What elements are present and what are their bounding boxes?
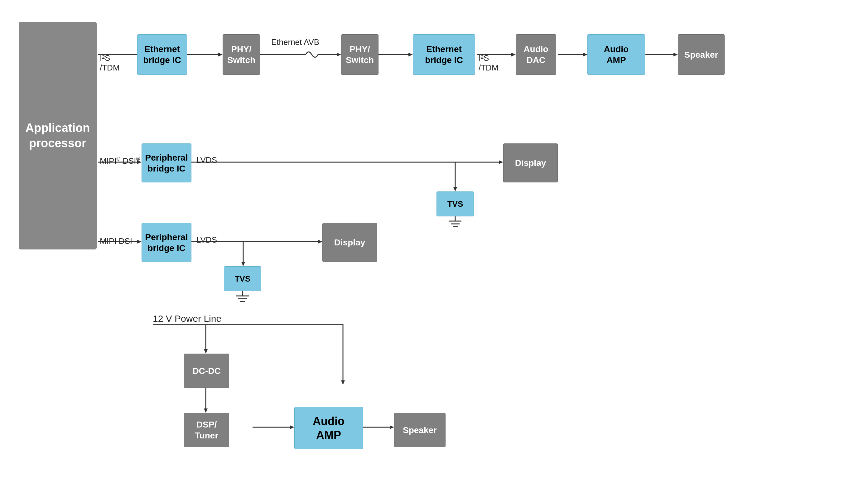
tvs-2-block: TVS [224,266,261,291]
svg-marker-6 [337,53,341,56]
ethernet-bridge-ic-1-block: Ethernet bridge IC [137,34,187,75]
power-line-label: 12 V Power Line [153,313,221,324]
i2s-tdm-label-2: I²S /TDM [478,44,499,73]
svg-marker-37 [290,425,294,429]
peripheral-bridge-ic-2-block: Peripheral bridge IC [142,223,191,262]
speaker-2-block: Speaker [394,413,445,447]
svg-marker-31 [204,349,208,354]
audio-amp-1-block: Audio AMP [587,34,645,75]
audio-amp-2-block: Audio AMP [294,407,363,449]
display-1-block: Display [503,144,558,182]
ground-symbol-2 [230,291,255,307]
ethernet-avb-label: Ethernet AVB [271,37,319,47]
ground-symbol-1 [443,216,468,232]
ethernet-bridge-ic-2-block: Ethernet bridge IC [413,34,475,75]
svg-marker-28 [318,240,322,244]
dsp-tuner-block: DSP/ Tuner [184,413,229,447]
lvds-label-1: LVDS [196,155,217,165]
display-2-block: Display [322,223,377,262]
svg-marker-8 [408,53,413,56]
phy-switch-1-block: PHY/ Switch [223,34,260,75]
svg-marker-3 [218,53,223,56]
i2s-tdm-label-1: I²S /TDM [100,44,120,73]
mipi-dsi-label-2: MIPI DSI [100,236,132,246]
svg-marker-39 [390,425,394,429]
tvs-1-block: TVS [436,191,474,216]
svg-marker-26 [241,262,245,266]
lvds-label-2: LVDS [196,235,217,245]
diagram-container: Application processor I²S /TDM Ethernet … [0,0,868,488]
phy-switch-2-block: PHY/ Switch [341,34,378,75]
app-processor-block: Application processor [19,22,97,249]
peripheral-bridge-ic-1-block: Peripheral bridge IC [142,144,191,182]
speaker-1-block: Speaker [678,34,724,75]
svg-marker-35 [204,408,208,413]
svg-marker-33 [341,380,345,385]
audio-dac-block: Audio DAC [516,34,556,75]
svg-marker-12 [583,53,587,56]
svg-marker-23 [137,240,142,244]
svg-marker-14 [674,53,678,56]
dc-dc-block: DC-DC [184,354,229,388]
svg-marker-10 [511,53,516,56]
svg-marker-19 [453,187,457,191]
svg-marker-21 [499,160,503,164]
mipi-dsi-label-1: MIPI® DSI® [100,156,140,166]
